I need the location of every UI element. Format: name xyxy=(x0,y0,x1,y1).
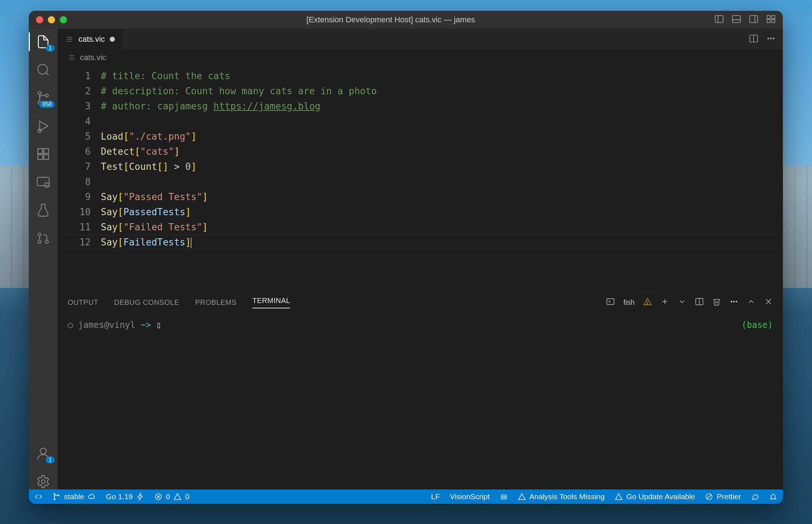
svg-point-53 xyxy=(54,499,55,500)
line-gutter: 123456789101112 xyxy=(58,66,101,292)
status-bar: stable Go 1.19 0 0 LF VisionScript Analy… xyxy=(29,489,783,504)
remote-indicator[interactable] xyxy=(35,493,42,501)
svg-point-59 xyxy=(502,497,503,498)
maximize-panel-icon[interactable] xyxy=(747,297,755,308)
svg-rect-7 xyxy=(772,15,775,19)
go-version-status[interactable]: Go 1.19 xyxy=(106,492,144,501)
svg-rect-4 xyxy=(750,15,758,23)
search-tab[interactable] xyxy=(35,62,51,78)
activity-bar: 1 958 xyxy=(29,29,58,489)
language-mode-status[interactable]: VisionScript xyxy=(450,492,490,501)
testing-tab[interactable] xyxy=(35,202,51,218)
analysis-tools-status[interactable]: Analysis Tools Missing xyxy=(518,492,605,501)
panel-more-icon[interactable] xyxy=(730,297,738,308)
svg-point-48 xyxy=(734,301,735,302)
error-icon xyxy=(154,493,162,501)
settings-gear-icon[interactable] xyxy=(35,474,51,489)
copilot-status[interactable] xyxy=(500,493,508,501)
toggle-secondary-sidebar-icon[interactable] xyxy=(749,14,758,25)
panel-tab-problems[interactable]: PROBLEMS xyxy=(195,298,236,307)
explorer-badge: 1 xyxy=(46,45,55,52)
bolt-icon xyxy=(136,493,144,501)
svg-rect-9 xyxy=(772,19,775,23)
account-icon[interactable]: 1 xyxy=(35,446,51,461)
code-content[interactable]: # title: Count the cats# description: Co… xyxy=(101,66,377,292)
feedback-icon[interactable] xyxy=(751,493,759,501)
customize-layout-icon[interactable] xyxy=(766,14,776,25)
toggle-primary-sidebar-icon[interactable] xyxy=(714,14,724,25)
source-control-tab[interactable]: 958 xyxy=(35,90,51,106)
git-branch-icon xyxy=(53,493,60,501)
svg-point-22 xyxy=(44,183,49,188)
terminal-dropdown-icon[interactable] xyxy=(678,297,686,308)
svg-point-52 xyxy=(54,493,55,495)
svg-point-49 xyxy=(736,301,737,302)
panel-tab-debug[interactable]: DEBUG CONSOLE xyxy=(114,298,179,307)
tab-label: cats.vic xyxy=(78,35,105,44)
svg-point-12 xyxy=(38,92,41,95)
file-icon xyxy=(66,35,73,43)
traffic-lights xyxy=(36,16,67,23)
terminal-profile-icon[interactable] xyxy=(606,297,615,308)
svg-point-25 xyxy=(38,240,41,243)
svg-point-60 xyxy=(504,497,505,498)
cloud-sync-icon xyxy=(88,493,96,501)
window-title: [Extension Development Host] cats.vic — … xyxy=(72,15,709,24)
terminal-shell-label[interactable]: fish xyxy=(623,298,635,307)
file-icon xyxy=(68,54,76,62)
prompt-marker: ○ xyxy=(68,320,78,330)
svg-rect-21 xyxy=(37,177,49,186)
more-actions-icon[interactable] xyxy=(766,34,776,45)
svg-point-14 xyxy=(45,94,48,97)
run-debug-tab[interactable] xyxy=(35,118,51,134)
notifications-icon[interactable] xyxy=(769,493,777,501)
extensions-tab[interactable] xyxy=(35,146,51,162)
git-branch-status[interactable]: stable xyxy=(53,492,96,501)
titlebar: [Extension Development Host] cats.vic — … xyxy=(29,11,783,29)
svg-point-54 xyxy=(58,495,59,496)
go-update-status[interactable]: Go Update Available xyxy=(615,492,695,501)
svg-point-10 xyxy=(38,64,48,74)
svg-rect-20 xyxy=(44,149,49,153)
split-terminal-icon[interactable] xyxy=(695,297,704,308)
warning-icon xyxy=(518,493,526,501)
prettier-status[interactable]: Prettier xyxy=(705,492,741,501)
svg-line-11 xyxy=(46,73,49,75)
svg-rect-8 xyxy=(767,19,770,23)
svg-point-36 xyxy=(773,38,774,39)
breadcrumb-label: cats.vic xyxy=(80,53,106,62)
close-panel-icon[interactable] xyxy=(764,297,773,308)
terminal-body[interactable]: ○ james@vinyl ~> ▯ (base) xyxy=(58,313,783,489)
minimize-window-button[interactable] xyxy=(48,16,55,23)
prompt-cursor: ▯ xyxy=(156,320,161,330)
editor-tab[interactable]: cats.vic xyxy=(58,29,123,50)
split-editor-icon[interactable] xyxy=(749,34,758,45)
svg-line-62 xyxy=(707,494,712,499)
scm-badge: 958 xyxy=(39,101,55,108)
svg-rect-6 xyxy=(767,15,770,19)
svg-rect-0 xyxy=(715,15,723,23)
svg-rect-18 xyxy=(38,155,42,159)
block-icon xyxy=(705,493,713,501)
code-editor[interactable]: 123456789101112 # title: Count the cats#… xyxy=(58,66,783,292)
vscode-window: [Extension Development Host] cats.vic — … xyxy=(29,11,783,504)
maximize-window-button[interactable] xyxy=(60,16,67,23)
kill-terminal-icon[interactable] xyxy=(712,297,721,308)
breadcrumb[interactable]: cats.vic xyxy=(58,50,783,66)
account-badge: 1 xyxy=(46,456,55,464)
eol-status[interactable]: LF xyxy=(431,492,440,501)
remote-explorer-tab[interactable] xyxy=(35,174,51,190)
close-window-button[interactable] xyxy=(36,16,43,23)
new-terminal-icon[interactable] xyxy=(660,297,669,308)
panel-tab-terminal[interactable]: TERMINAL xyxy=(252,297,290,308)
svg-point-24 xyxy=(38,233,41,236)
terminal-warning-icon[interactable] xyxy=(643,297,652,308)
editor-tabbar: cats.vic xyxy=(58,29,783,50)
explorer-tab[interactable]: 1 xyxy=(35,34,51,50)
toggle-panel-icon[interactable] xyxy=(732,14,741,25)
github-pr-tab[interactable] xyxy=(35,230,51,246)
panel-tab-output[interactable]: OUTPUT xyxy=(68,298,98,307)
problems-status[interactable]: 0 0 xyxy=(154,492,189,501)
svg-point-42 xyxy=(647,303,648,304)
svg-point-28 xyxy=(41,480,45,483)
